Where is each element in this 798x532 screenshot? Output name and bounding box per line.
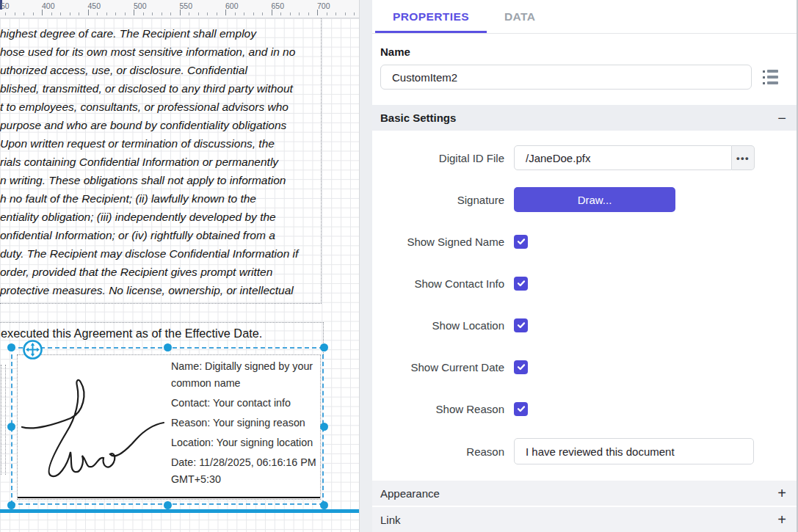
ruler-tick bbox=[51, 12, 52, 15]
selection-rectangle[interactable] bbox=[11, 347, 324, 505]
resize-handle-bottom-left[interactable] bbox=[7, 501, 15, 509]
ruler-tick bbox=[23, 12, 24, 15]
checkbox-checked[interactable] bbox=[514, 318, 528, 332]
expand-icon[interactable]: + bbox=[777, 512, 786, 527]
checkbox-checked[interactable] bbox=[514, 235, 528, 249]
check-icon bbox=[516, 404, 526, 414]
collapsed-section-header[interactable]: Appearance + bbox=[372, 481, 797, 506]
basic-settings-body: Digital ID File ••• Signature Draw... Sh… bbox=[372, 131, 797, 481]
document-paragraph[interactable]: highest degree of care. The Recipient sh… bbox=[0, 24, 327, 302]
checkbox-label: Show Contact Info bbox=[380, 277, 504, 290]
resize-handle-top-center[interactable] bbox=[164, 343, 172, 351]
ruler-tick bbox=[15, 12, 15, 15]
ruler-tick bbox=[207, 12, 208, 15]
expand-icon[interactable]: + bbox=[777, 486, 786, 500]
textbox-bottom-border bbox=[0, 303, 322, 304]
basic-settings-header[interactable]: Basic Settings − bbox=[372, 105, 797, 131]
ruler-tick bbox=[189, 12, 189, 15]
ruler-tick bbox=[88, 10, 89, 15]
checkbox-row: Show Location bbox=[372, 313, 797, 338]
document-line: onfidential Information; or (iv) rightfu… bbox=[0, 226, 327, 244]
ruler-tick bbox=[115, 12, 116, 15]
ruler-tick bbox=[317, 10, 318, 15]
panel-divider[interactable] bbox=[359, 0, 372, 532]
ruler-tick bbox=[262, 12, 263, 15]
ruler-tick bbox=[198, 12, 199, 15]
ruler-tick bbox=[225, 10, 226, 15]
ruler-tick bbox=[152, 12, 153, 15]
checkbox-label: Show Current Date bbox=[380, 361, 504, 374]
document-line: duty. The Recipient may disclose Confide… bbox=[0, 244, 327, 263]
resize-handle-bottom-center[interactable] bbox=[164, 501, 172, 509]
ruler-tick bbox=[106, 12, 107, 15]
document-line: rials containing Confidential Informatio… bbox=[0, 153, 327, 171]
ruler-tick bbox=[42, 10, 43, 15]
reason-label: Reason bbox=[380, 445, 504, 458]
collapse-icon[interactable]: − bbox=[777, 111, 786, 125]
report-designer-app: 50400450500550600650700 highest degree o… bbox=[0, 0, 798, 532]
checkbox-checked[interactable] bbox=[514, 402, 528, 416]
resize-handle-mid-left[interactable] bbox=[7, 423, 15, 431]
document-line: n writing. These obligations shall not a… bbox=[0, 171, 327, 189]
resize-handle-bottom-right[interactable] bbox=[320, 501, 328, 509]
digital-id-label: Digital ID File bbox=[380, 152, 504, 164]
document-line: Upon written request or termination of d… bbox=[0, 134, 327, 153]
digital-id-input[interactable] bbox=[514, 145, 732, 170]
document-line: nt, other than the limited right to use … bbox=[0, 299, 327, 302]
panel-tab[interactable]: DATA bbox=[487, 0, 553, 33]
ruler-tick bbox=[170, 12, 171, 15]
textbox-right-border bbox=[321, 18, 322, 304]
document-line: order, provided that the Recipient gives… bbox=[0, 263, 327, 281]
ruler-tick bbox=[134, 10, 134, 15]
checkbox-rows: Show Signed Name Show Contact Info bbox=[372, 229, 797, 421]
ruler-label: 50 bbox=[1, 1, 10, 10]
design-canvas[interactable]: 50400450500550600650700 highest degree o… bbox=[0, 0, 359, 532]
document-line: highest degree of care. The Recipient sh… bbox=[0, 24, 327, 43]
resize-handle-top-right[interactable] bbox=[320, 343, 328, 351]
ruler-tick bbox=[180, 10, 181, 15]
list-icon[interactable] bbox=[763, 70, 778, 84]
draw-button[interactable]: Draw... bbox=[514, 187, 675, 212]
ruler-tick bbox=[70, 12, 70, 15]
ruler-tick bbox=[345, 12, 346, 15]
ruler-tick bbox=[253, 12, 254, 15]
reason-row: Reason bbox=[372, 438, 797, 464]
properties-panel: PROPERTIESDATA Name Basic Settings − Dig… bbox=[372, 0, 798, 532]
page-bottom-edge bbox=[0, 509, 359, 513]
move-icon[interactable] bbox=[22, 339, 43, 360]
browse-ellipsis-button[interactable]: ••• bbox=[732, 145, 755, 170]
signature-row: Signature Draw... bbox=[372, 187, 797, 212]
resize-handle-mid-right[interactable] bbox=[320, 423, 328, 431]
checkbox-row: Show Current Date bbox=[372, 354, 797, 379]
ruler-tick bbox=[217, 12, 217, 15]
ruler-tick bbox=[280, 12, 281, 15]
checkbox-row: Show Contact Info bbox=[372, 271, 797, 296]
resize-handle-top-left[interactable] bbox=[7, 343, 15, 351]
horizontal-ruler: 50400450500550600650700 bbox=[0, 0, 359, 18]
checkbox-checked[interactable] bbox=[514, 360, 528, 374]
name-input[interactable] bbox=[380, 65, 752, 90]
checkbox-label: Show Signed Name bbox=[380, 236, 504, 248]
document-line: h no fault of the Recipient; (ii) lawful… bbox=[0, 189, 327, 208]
ruler-label: 400 bbox=[42, 1, 55, 10]
ruler-tick bbox=[79, 12, 79, 15]
check-icon bbox=[516, 362, 526, 372]
ruler-tick bbox=[299, 12, 300, 15]
panel-tabbar: PROPERTIESDATA bbox=[372, 0, 797, 34]
ruler-tick bbox=[5, 12, 6, 15]
reason-input[interactable] bbox=[514, 438, 754, 464]
collapsed-section-title: Appearance bbox=[380, 487, 440, 500]
ruler-label: 700 bbox=[317, 1, 330, 10]
collapsed-section-header[interactable]: Link + bbox=[372, 507, 797, 532]
checkbox-label: Show Reason bbox=[380, 403, 504, 415]
ruler-tick bbox=[290, 12, 291, 15]
ruler-tick bbox=[308, 12, 309, 15]
panel-tab[interactable]: PROPERTIES bbox=[375, 0, 487, 33]
collapsed-sections: Appearance + Link + bbox=[372, 481, 797, 532]
checkbox-checked[interactable] bbox=[514, 277, 528, 291]
check-icon bbox=[516, 278, 526, 288]
name-field-label: Name bbox=[380, 45, 797, 58]
digital-id-row: Digital ID File ••• bbox=[372, 145, 797, 170]
ruler-label: 450 bbox=[88, 1, 101, 10]
basic-settings-title: Basic Settings bbox=[380, 112, 456, 124]
